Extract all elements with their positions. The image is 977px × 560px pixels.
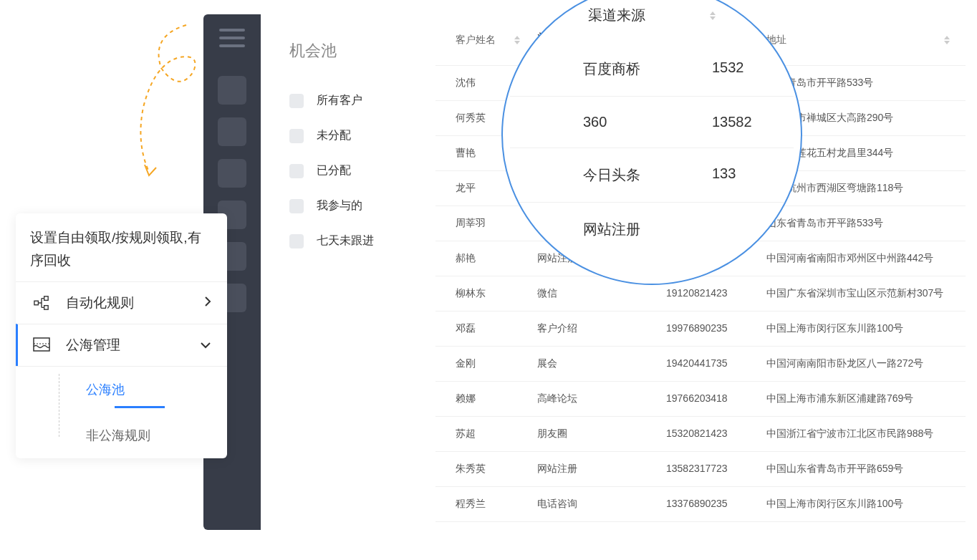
cell-name: 赖娜 [435, 382, 529, 416]
table-row[interactable]: 赖娜高峰论坛19766203418中国上海市浦东新区浦建路769号 [435, 382, 966, 417]
sort-icon [944, 36, 950, 44]
th-address[interactable]: 地址 [758, 14, 958, 65]
magnifier-row: 36013582 [503, 97, 801, 148]
table-row[interactable]: 金刚展会19420441735中国河南南阳市卧龙区八一路272号 [435, 347, 966, 382]
mag-value: 1532 [712, 59, 784, 79]
public-pool-label: 公海管理 [66, 336, 120, 354]
table-row[interactable]: 柳林东微信19120821423中国广东省深圳市宝山区示范新村307号 [435, 276, 966, 312]
cell-name: 周莘羽 [435, 206, 529, 241]
cell-name: 程秀兰 [435, 487, 529, 521]
checkbox-icon [289, 129, 304, 143]
cell-address: 中国上海市浦东新区浦建路769号 [758, 382, 958, 416]
cell-address: 中国河南省南阳市邓州区中州路442号 [758, 241, 958, 276]
table-row[interactable]: 程秀兰电话咨询13376890235中国上海市闵行区东川路100号 [435, 487, 966, 522]
cell-channel: 高峰论坛 [529, 382, 658, 416]
filter-participated[interactable]: 我参与的 [261, 188, 435, 223]
chevron-down-icon [200, 339, 211, 352]
cell-channel: 网站注册 [529, 452, 658, 486]
settings-description: 设置自由领取/按规则领取,有序回收 [16, 226, 227, 281]
cell-address: 中国上海市闵行区东川路100号 [758, 312, 958, 346]
cell-address: 中国河南南阳市卧龙区八一路272号 [758, 347, 958, 381]
cell-name: 郝艳 [435, 241, 529, 276]
cell-name: 邓磊 [435, 312, 529, 346]
filter-all-customers[interactable]: 所有客户 [261, 83, 435, 118]
sidebar-nav-item[interactable] [218, 117, 246, 146]
mag-value: 13582 [712, 114, 784, 130]
checkbox-icon [289, 199, 304, 213]
mag-channel: 360 [583, 114, 712, 130]
mag-channel: 百度商桥 [583, 59, 712, 79]
workflow-icon [32, 294, 52, 312]
cell-address: 中国山东省青岛市开平路659号 [758, 452, 958, 486]
cell-channel: 朋友圈 [529, 417, 658, 451]
chevron-right-icon [204, 296, 211, 310]
cell-address: 山东省青岛市开平路533号 [758, 206, 958, 241]
mag-channel: 今日头条 [583, 165, 712, 185]
automation-rule-item[interactable]: 自动化规则 [16, 281, 227, 324]
table-row[interactable]: 苏超朋友圈15320821423中国浙江省宁波市江北区市民路988号 [435, 417, 966, 452]
automation-rule-label: 自动化规则 [66, 294, 134, 312]
mag-value: 133 [712, 165, 784, 185]
filter-unassigned[interactable]: 未分配 [261, 118, 435, 153]
checkbox-icon [289, 94, 304, 108]
checkbox-icon [289, 234, 304, 248]
table-row[interactable]: 朱秀英网站注册13582317723中国山东省青岛市开平路659号 [435, 452, 966, 487]
cell-phone: 19976890235 [658, 312, 758, 346]
magnifier-row: 百度商桥1532 [503, 42, 801, 96]
sub-pool[interactable]: 公海池 [44, 367, 227, 412]
cell-phone: 13376890235 [658, 487, 758, 521]
public-pool-subitems: 公海池 非公海规则 [16, 366, 227, 458]
cell-name: 朱秀英 [435, 452, 529, 486]
svg-rect-2 [44, 305, 48, 309]
hamburger-icon[interactable] [219, 29, 245, 47]
sub-non-rule[interactable]: 非公海规则 [44, 412, 227, 458]
cell-channel: 展会 [529, 347, 658, 381]
filter-assigned[interactable]: 已分配 [261, 153, 435, 188]
cell-phone: 19766203418 [658, 382, 758, 416]
cell-channel: 电话咨询 [529, 487, 658, 521]
cell-address: 中国上海市闵行区东川路100号 [758, 487, 958, 521]
cell-name: 金刚 [435, 347, 529, 381]
sort-icon [710, 11, 716, 20]
sidebar-nav-item[interactable] [218, 159, 246, 188]
filter-seven-days[interactable]: 七天未跟进 [261, 223, 435, 259]
cell-phone: 13582317723 [658, 452, 758, 486]
sidebar-nav-item[interactable] [218, 76, 246, 105]
cell-phone: 15320821423 [658, 417, 758, 451]
svg-rect-3 [34, 338, 49, 351]
filter-title: 机会池 [261, 40, 435, 62]
cell-address: 中国广东省深圳市宝山区示范新村307号 [758, 276, 958, 311]
public-pool-item[interactable]: 公海管理 [16, 324, 227, 366]
cell-channel: 客户介绍 [529, 312, 658, 346]
settings-card: 设置自由领取/按规则领取,有序回收 自动化规则 公海管理 公海池 非公海规则 [16, 213, 227, 458]
cell-name: 柳林东 [435, 276, 529, 311]
svg-rect-1 [44, 296, 48, 300]
mag-channel: 网站注册 [583, 220, 712, 239]
pool-icon [32, 337, 52, 354]
svg-rect-0 [34, 301, 39, 305]
magnifier-header: 渠道来源 [588, 6, 716, 25]
th-name[interactable]: 客户姓名 [435, 14, 529, 65]
cell-phone: 19420441735 [658, 347, 758, 381]
sort-icon [514, 36, 520, 44]
table-row[interactable]: 邓磊客户介绍19976890235中国上海市闵行区东川路100号 [435, 312, 966, 347]
magnifier-row: 今日头条133 [503, 148, 801, 202]
cell-name: 苏超 [435, 417, 529, 451]
cell-address: 中国浙江省宁波市江北区市民路988号 [758, 417, 958, 451]
filter-sidebar: 机会池 所有客户 未分配 已分配 我参与的 七天未跟进 [261, 14, 435, 530]
checkbox-icon [289, 164, 304, 178]
